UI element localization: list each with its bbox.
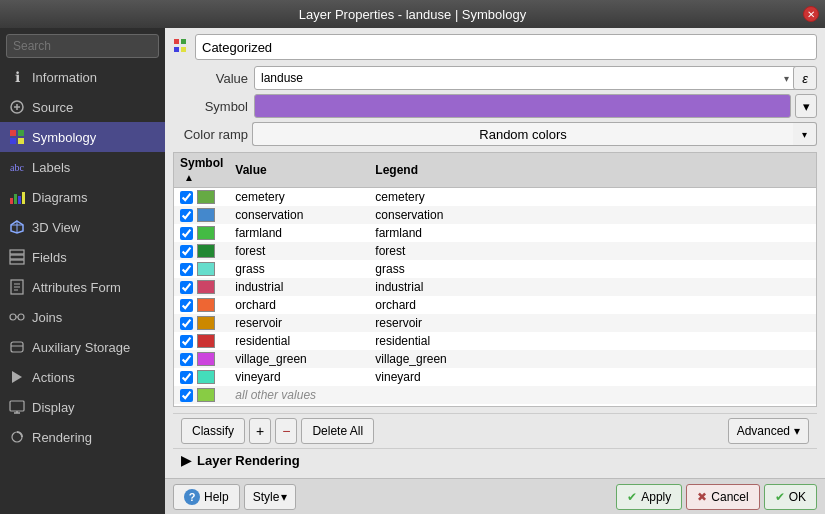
value-label: Value [173,71,248,86]
value-cell: farmland [229,224,369,242]
svg-rect-12 [10,250,24,254]
sidebar-item-3dview[interactable]: 3D View [0,212,165,242]
svg-marker-24 [12,371,22,383]
attributes-form-icon [8,278,26,296]
sidebar-item-fields[interactable]: Fields [0,242,165,272]
value-cell: industrial [229,278,369,296]
search-input[interactable] [6,34,159,58]
ok-button[interactable]: ✔ OK [764,484,817,510]
value-cell: grass [229,260,369,278]
table-row: reservoirreservoir [174,314,816,332]
svg-rect-6 [14,194,17,204]
delete-all-button[interactable]: Delete All [301,418,374,444]
help-icon: ? [184,489,200,505]
symbol-cell [174,386,229,404]
info-icon: ℹ [8,68,26,86]
legend-cell: grass [369,260,816,278]
row-checkbox[interactable] [180,335,193,348]
row-checkbox[interactable] [180,389,193,402]
legend-cell: conservation [369,206,816,224]
svg-rect-30 [181,39,186,44]
row-checkbox[interactable] [180,209,193,222]
svg-rect-29 [174,39,179,44]
row-checkbox[interactable] [180,245,193,258]
classify-button[interactable]: Classify [181,418,245,444]
categorized-icon [173,38,189,57]
rendering-icon [8,428,26,446]
legend-cell: village_green [369,350,816,368]
close-button[interactable]: ✕ [803,6,819,22]
source-icon [8,98,26,116]
row-checkbox[interactable] [180,281,193,294]
svg-rect-25 [10,401,24,411]
sidebar-item-source[interactable]: Source [0,92,165,122]
symbol-cell [174,314,229,332]
table-row: residentialresidential [174,332,816,350]
remove-class-button[interactable]: − [275,418,297,444]
row-checkbox[interactable] [180,299,193,312]
color-swatch [197,370,215,384]
symbol-swatch[interactable] [254,94,791,118]
cancel-button[interactable]: ✖ Cancel [686,484,759,510]
symbol-cell [174,242,229,260]
advanced-button[interactable]: Advanced ▾ [728,418,809,444]
apply-button[interactable]: ✔ Apply [616,484,682,510]
svg-rect-32 [181,47,186,52]
row-checkbox[interactable] [180,317,193,330]
display-icon [8,398,26,416]
symbol-row: Symbol ▾ [173,94,817,118]
symbol-cell [174,224,229,242]
svg-rect-13 [10,255,24,259]
sidebar-item-display[interactable]: Display [0,392,165,422]
symbol-cell [174,332,229,350]
value-select[interactable]: landuse [254,66,802,90]
sidebar-item-auxiliary-storage[interactable]: Auxiliary Storage [0,332,165,362]
render-type-row: Categorized [173,34,817,60]
color-ramp-label: Color ramp [173,127,248,142]
row-checkbox[interactable] [180,263,193,276]
symbology-icon [8,128,26,146]
svg-rect-5 [10,198,13,204]
symbol-cell [174,368,229,386]
table-row: cemeterycemetery [174,188,816,207]
row-checkbox[interactable] [180,371,193,384]
legend-cell: orchard [369,296,816,314]
value-cell: residential [229,332,369,350]
style-dropdown-arrow: ▾ [281,490,287,504]
color-ramp-dropdown[interactable]: ▾ [793,122,817,146]
symbol-dropdown[interactable]: ▾ [795,94,817,118]
symbol-cell [174,350,229,368]
sidebar-item-diagrams[interactable]: Diagrams [0,182,165,212]
color-swatch [197,334,215,348]
color-swatch [197,190,215,204]
window-title: Layer Properties - landuse | Symbology [299,7,526,22]
sidebar-item-actions[interactable]: Actions [0,362,165,392]
render-type-select[interactable]: Categorized [195,34,817,60]
sidebar-item-attributes-form[interactable]: Attributes Form [0,272,165,302]
color-swatch [197,244,215,258]
value-cell: conservation [229,206,369,224]
sidebar-item-labels[interactable]: abc Labels [0,152,165,182]
table-row: all other values [174,386,816,404]
sidebar-item-rendering[interactable]: Rendering [0,422,165,452]
sidebar-item-joins[interactable]: Joins [0,302,165,332]
epsilon-button[interactable]: ε [793,66,817,90]
style-button[interactable]: Style ▾ [244,484,297,510]
layer-rendering-arrow: ▶ [181,453,191,468]
row-checkbox[interactable] [180,227,193,240]
sidebar-item-information[interactable]: ℹ Information [0,62,165,92]
color-ramp-button[interactable]: Random colors [252,122,793,146]
help-button[interactable]: ? Help [173,484,240,510]
apply-checkmark: ✔ [627,490,637,504]
classify-toolbar: Classify + − Delete All Advanced ▾ [173,413,817,448]
svg-rect-1 [10,130,16,136]
col-value: Value [229,153,369,188]
add-class-button[interactable]: + [249,418,271,444]
col-symbol: Symbol ▲ [174,153,229,188]
row-checkbox[interactable] [180,191,193,204]
table-row: orchardorchard [174,296,816,314]
legend-cell: industrial [369,278,816,296]
sidebar-item-symbology[interactable]: Symbology [0,122,165,152]
row-checkbox[interactable] [180,353,193,366]
layer-rendering-row[interactable]: ▶ Layer Rendering [173,448,817,472]
